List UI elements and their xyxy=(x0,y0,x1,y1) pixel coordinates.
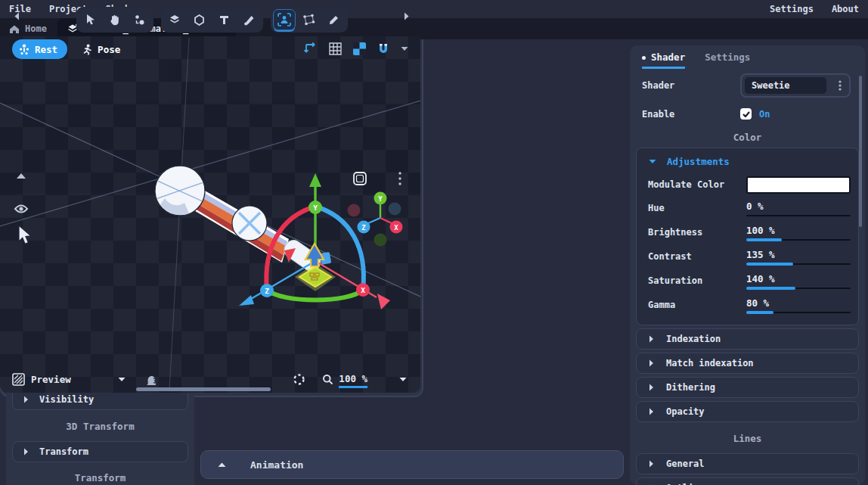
viewport-view-options xyxy=(304,42,408,55)
visibility-eye-icon[interactable] xyxy=(15,206,27,213)
gamma-slider[interactable]: Gamma 80 % xyxy=(637,293,858,317)
preview-mode-icon xyxy=(12,373,25,386)
active-tab-dot xyxy=(642,56,646,60)
view-menu-dots-icon[interactable] xyxy=(398,172,401,185)
lines-header: Lines xyxy=(630,433,865,444)
tab-shader[interactable]: Shader xyxy=(642,51,685,69)
pose-mode-button[interactable]: Pose xyxy=(75,39,130,59)
preview-mode-label[interactable]: Preview xyxy=(31,374,71,385)
nav-minus-z[interactable] xyxy=(389,203,401,216)
pose-tool-active[interactable] xyxy=(273,9,296,30)
grid-toggle-icon[interactable] xyxy=(329,42,342,55)
skeleton-icon xyxy=(19,44,29,55)
rotate-y-arc[interactable] xyxy=(267,290,363,300)
viewport-panel: Y Z X Y xyxy=(0,0,423,397)
shape-tool[interactable] xyxy=(188,9,211,30)
nav-minus-y[interactable] xyxy=(374,234,387,247)
tab-settings[interactable]: Settings xyxy=(705,51,750,69)
scroll-right-icon[interactable] xyxy=(404,12,410,20)
adjustments-header[interactable]: Adjustments xyxy=(637,148,858,173)
section-outline[interactable]: Outline xyxy=(636,477,859,485)
nav-y-label: Y xyxy=(378,195,383,203)
hue-slider[interactable]: Hue 0 % xyxy=(637,196,858,220)
section-dithering[interactable]: Dithering xyxy=(636,377,859,398)
chevron-right-icon xyxy=(23,448,29,455)
snap-dropdown-caret[interactable] xyxy=(401,46,408,51)
chevron-right-icon xyxy=(649,359,654,367)
onion-skin-ghost-icon[interactable] xyxy=(145,374,157,386)
viewport-toolbar xyxy=(2,2,422,38)
nav-z-label: Z xyxy=(361,224,366,232)
shader-options-dots-icon[interactable] xyxy=(834,80,846,91)
text-tool[interactable] xyxy=(213,9,236,30)
select-tool[interactable] xyxy=(79,9,101,30)
layers-tool[interactable] xyxy=(163,9,186,30)
viewport-bottom-bar: Preview 100 % xyxy=(12,373,410,386)
section-opacity[interactable]: Opacity xyxy=(636,401,859,422)
bone-chain[interactable] xyxy=(155,166,331,275)
scene-3d: Y Z X Y xyxy=(0,36,420,393)
expand-up-icon[interactable] xyxy=(218,462,226,468)
axes-toggle-icon[interactable] xyxy=(304,42,318,55)
viewport-canvas[interactable]: Y Z X Y xyxy=(0,36,420,393)
brightness-slider[interactable]: Brightness 100 % xyxy=(637,220,858,244)
mode-switch: Rest Pose xyxy=(12,39,130,59)
zoom-level-value[interactable]: 100 % xyxy=(339,373,367,386)
chevron-down-icon xyxy=(649,159,656,164)
contrast-slider[interactable]: Contrast 135 % xyxy=(637,244,858,269)
pivot-diamond[interactable] xyxy=(299,267,331,287)
chevron-right-icon xyxy=(649,460,654,468)
section-match-indexation[interactable]: Match indexation xyxy=(636,353,859,374)
mouse-cursor xyxy=(19,225,31,244)
lattice-tool[interactable] xyxy=(298,9,321,30)
modulate-color-label: Modulate Color xyxy=(648,179,746,190)
nav-x-label: X xyxy=(394,224,398,232)
enable-value: On xyxy=(759,109,770,120)
shader-panel: Shader Settings Shader Sweetie Enable On… xyxy=(630,45,865,485)
running-figure-icon xyxy=(82,44,92,55)
chevron-right-icon xyxy=(23,396,29,403)
x-axis-label: X xyxy=(361,286,365,294)
shader-select[interactable]: Sweetie xyxy=(740,73,851,98)
shader-scrollbar[interactable] xyxy=(859,76,862,227)
menu-settings[interactable]: Settings xyxy=(761,4,823,14)
node-tool[interactable] xyxy=(129,9,151,30)
section-indexation[interactable]: Indexation xyxy=(636,328,859,350)
collapse-up-icon[interactable] xyxy=(17,173,26,179)
adjustments-group: Adjustments Modulate Color Hue 0 % Brigh… xyxy=(636,148,859,325)
section-general[interactable]: General xyxy=(636,453,859,474)
saturation-slider[interactable]: Saturation 140 % xyxy=(637,269,858,293)
chevron-right-icon xyxy=(649,408,654,415)
transform-3d-header: 3D Transform xyxy=(6,421,194,432)
checker-background-icon[interactable] xyxy=(353,42,366,55)
app-window: File Project Shader Settings About Home … xyxy=(0,0,868,485)
bone-tool[interactable] xyxy=(238,9,261,30)
maximize-view-icon[interactable] xyxy=(354,173,366,185)
refresh-spinner-icon[interactable] xyxy=(293,373,305,386)
pan-hand-tool[interactable] xyxy=(104,9,126,30)
scroll-left-icon[interactable] xyxy=(14,12,20,20)
enable-checkbox[interactable] xyxy=(740,108,752,120)
chevron-right-icon xyxy=(649,384,654,391)
color-header: Color xyxy=(630,132,865,143)
z-axis-label: Z xyxy=(265,287,269,295)
animation-panel-header[interactable]: Animation xyxy=(200,450,624,479)
horizontal-scrollbar[interactable] xyxy=(136,387,271,391)
menu-about[interactable]: About xyxy=(823,4,868,14)
preview-dropdown-caret[interactable] xyxy=(118,377,126,382)
y-axis-label: Y xyxy=(313,204,318,212)
chevron-right-icon xyxy=(649,335,654,343)
zoom-dropdown-caret[interactable] xyxy=(399,377,407,382)
shader-label: Shader xyxy=(642,80,740,91)
modulate-color-swatch[interactable] xyxy=(746,176,851,194)
draw-pencil-tool[interactable] xyxy=(323,9,346,30)
transform-header: Transform xyxy=(6,472,194,483)
nav-minus-x[interactable] xyxy=(348,204,361,217)
zoom-magnifier-icon xyxy=(322,374,333,385)
shader-value[interactable]: Sweetie xyxy=(745,77,826,94)
enable-label: Enable xyxy=(642,109,740,120)
snap-magnet-icon[interactable] xyxy=(377,43,389,54)
rest-mode-button[interactable]: Rest xyxy=(12,39,67,59)
transform-section[interactable]: Transform xyxy=(12,441,188,462)
